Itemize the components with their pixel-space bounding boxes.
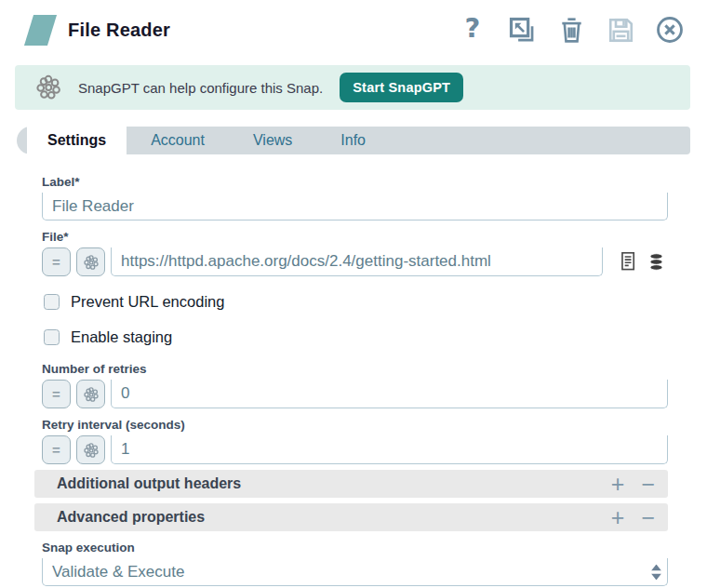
- retries-field-row: =: [42, 380, 668, 408]
- snap-settings-dialog: File Reader ?: [0, 0, 707, 588]
- help-icon[interactable]: ?: [456, 13, 489, 47]
- snapgpt-molecule-icon: [33, 73, 63, 102]
- save-icon[interactable]: [604, 13, 637, 47]
- snap-execution-label: Snap execution: [42, 541, 668, 555]
- advanced-properties-section[interactable]: Advanced properties + −: [34, 503, 668, 531]
- snapgpt-message: SnapGPT can help configure this Snap.: [78, 80, 323, 96]
- document-suggest-icon[interactable]: [618, 250, 638, 274]
- snap-execution-select[interactable]: Validate & Execute: [42, 558, 668, 586]
- remove-row-icon[interactable]: −: [641, 473, 655, 496]
- snapgpt-field-button[interactable]: [76, 247, 105, 276]
- snapgpt-field-button[interactable]: [76, 435, 105, 464]
- snap-execution-value: Validate & Execute: [52, 563, 184, 581]
- database-browse-icon[interactable]: [647, 251, 666, 274]
- retry-interval-field-label: Retry interval (seconds): [42, 418, 668, 432]
- retries-field-label: Number of retries: [42, 362, 668, 376]
- snapgpt-field-button[interactable]: [76, 380, 105, 408]
- file-field-row: =: [42, 247, 668, 276]
- checkbox-label: Enable staging: [71, 328, 172, 346]
- enable-staging-checkbox[interactable]: [44, 329, 60, 345]
- additional-output-headers-section[interactable]: Additional output headers + −: [34, 470, 668, 498]
- prevent-url-encoding-row[interactable]: Prevent URL encoding: [44, 291, 668, 312]
- retry-interval-input[interactable]: [111, 435, 668, 464]
- remove-row-icon[interactable]: −: [641, 506, 655, 529]
- header-actions: ?: [456, 13, 687, 47]
- add-row-icon[interactable]: +: [611, 473, 625, 496]
- tab-views[interactable]: Views: [229, 127, 316, 154]
- expression-toggle-button[interactable]: =: [42, 380, 71, 408]
- expression-toggle-button[interactable]: =: [42, 435, 71, 464]
- checkbox-label: Prevent URL encoding: [71, 293, 224, 311]
- file-input[interactable]: [111, 247, 603, 276]
- snap-logo-icon: [24, 15, 57, 46]
- page-title: File Reader: [68, 20, 456, 41]
- add-row-icon[interactable]: +: [611, 506, 625, 529]
- label-field-label: Label*: [42, 175, 668, 189]
- prevent-url-encoding-checkbox[interactable]: [44, 294, 60, 310]
- tab-bar: Settings Account Views Info: [17, 127, 690, 154]
- enable-staging-row[interactable]: Enable staging: [44, 327, 668, 347]
- retry-interval-field-row: =: [42, 435, 668, 464]
- snapgpt-banner: SnapGPT can help configure this Snap. St…: [15, 65, 690, 110]
- close-icon[interactable]: [653, 13, 687, 47]
- expression-toggle-button[interactable]: =: [42, 247, 71, 276]
- section-title: Advanced properties: [57, 509, 611, 526]
- file-field-icons: [608, 247, 668, 276]
- label-input[interactable]: [42, 193, 668, 220]
- settings-form: Label* File* =: [0, 154, 707, 586]
- delete-icon[interactable]: [554, 13, 588, 47]
- tab-info[interactable]: Info: [316, 127, 390, 154]
- retries-input[interactable]: [111, 380, 668, 408]
- tab-settings[interactable]: Settings: [27, 127, 127, 154]
- tab-account[interactable]: Account: [127, 127, 229, 154]
- start-snapgpt-button[interactable]: Start SnapGPT: [340, 73, 463, 102]
- file-field-label: File*: [42, 230, 668, 244]
- open-popup-icon[interactable]: [505, 13, 539, 47]
- section-title: Additional output headers: [57, 475, 611, 492]
- dialog-header: File Reader ?: [0, 0, 707, 47]
- select-spinner-icon[interactable]: [651, 564, 661, 580]
